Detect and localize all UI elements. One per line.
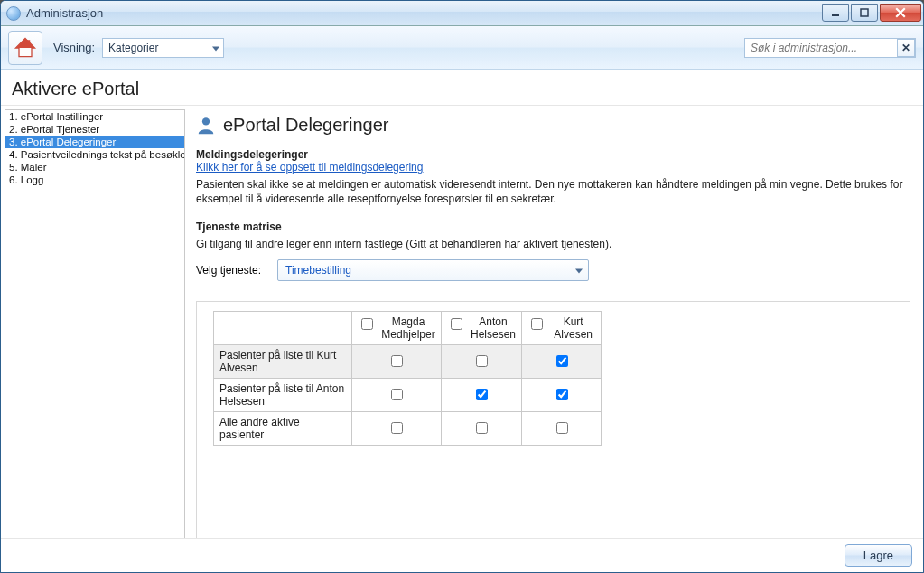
matrix-row-1: Pasienter på liste til Anton Helsesen xyxy=(214,378,602,411)
section1-title: Meldingsdelegeringer xyxy=(196,148,910,161)
app-icon xyxy=(6,6,21,21)
matrix-cell-2-1[interactable] xyxy=(476,422,488,434)
matrix-row-label-1: Pasienter på liste til Anton Helsesen xyxy=(214,378,352,411)
close-button[interactable] xyxy=(880,4,921,22)
svg-rect-0 xyxy=(832,14,839,16)
save-button[interactable]: Lagre xyxy=(845,544,912,567)
section1-text: Pasienten skal ikke se at meldingen er a… xyxy=(196,177,910,206)
page-heading: Aktivere ePortal xyxy=(1,70,923,106)
minimize-button[interactable] xyxy=(822,4,849,22)
chevron-down-icon xyxy=(212,46,219,51)
sidebar-item-2[interactable]: 3. ePortal Delegeringer xyxy=(5,136,184,148)
search-input[interactable] xyxy=(744,38,916,58)
content-title: ePortal Delegeringer xyxy=(223,115,388,136)
visning-value: Kategorier xyxy=(108,42,158,54)
matrix-cell-0-2[interactable] xyxy=(556,355,568,367)
matrix-cell-1-0[interactable] xyxy=(391,389,403,400)
chevron-down-icon xyxy=(575,268,583,273)
svg-point-7 xyxy=(202,117,210,125)
minimize-icon xyxy=(831,8,840,17)
service-select[interactable]: Timebestilling xyxy=(277,259,589,281)
content-header: ePortal Delegeringer xyxy=(196,115,910,136)
sidebar-item-1[interactable]: 2. ePortal Tjenester xyxy=(5,123,184,136)
svg-rect-6 xyxy=(27,40,31,44)
matrix-cell-2-0[interactable] xyxy=(391,422,403,434)
main-content: ePortal Delegeringer Meldingsdelegeringe… xyxy=(191,106,923,573)
home-icon xyxy=(13,35,38,61)
section1-link[interactable]: Klikk her for å se oppsett til meldingsd… xyxy=(196,161,910,174)
section2-text: Gi tilgang til andre leger enn intern fa… xyxy=(196,237,910,251)
window-title: Administrasjon xyxy=(26,6,103,20)
window-buttons xyxy=(820,4,921,23)
toolbar: Visning: Kategorier ✕ xyxy=(1,26,923,70)
matrix-col-header-2: Kurt Alvesen xyxy=(522,311,602,344)
x-icon: ✕ xyxy=(901,42,910,54)
matrix-cell-0-0[interactable] xyxy=(391,355,403,367)
sidebar: 1. ePortal Instillinger2. ePortal Tjenes… xyxy=(5,109,185,568)
matrix-header-blank xyxy=(214,311,352,344)
matrix-col-label-0: Magda Medhjelper xyxy=(381,315,434,341)
matrix-col-checkbox-1[interactable] xyxy=(451,318,462,330)
close-icon xyxy=(895,7,906,18)
matrix-col-header-1: Anton Helsesen xyxy=(441,311,522,344)
sidebar-item-4[interactable]: 5. Maler xyxy=(5,161,184,174)
matrix-row-label-2: Alle andre aktive pasienter xyxy=(214,411,352,445)
footer: Lagre xyxy=(1,538,923,572)
matrix-row-2: Alle andre aktive pasienter xyxy=(214,411,602,445)
matrix-cell-1-1[interactable] xyxy=(476,389,488,400)
matrix-col-label-2: Kurt Alvesen xyxy=(551,315,595,341)
matrix-table: Magda MedhjelperAnton HelsesenKurt Alves… xyxy=(213,311,602,446)
select-service-label: Velg tjeneste: xyxy=(196,264,261,277)
matrix-col-checkbox-2[interactable] xyxy=(531,318,543,330)
user-icon xyxy=(196,116,216,136)
sidebar-item-3[interactable]: 4. Pasientveilednings tekst på besøklege… xyxy=(5,148,184,161)
maximize-icon xyxy=(860,8,869,17)
service-select-value: Timebestilling xyxy=(285,264,351,277)
sidebar-item-5[interactable]: 6. Logg xyxy=(5,174,184,186)
maximize-button[interactable] xyxy=(851,4,878,22)
matrix-panel: Magda MedhjelperAnton HelsesenKurt Alves… xyxy=(196,301,910,565)
body: 1. ePortal Instillinger2. ePortal Tjenes… xyxy=(1,106,923,573)
visning-label: Visning: xyxy=(53,41,95,54)
search-clear-button[interactable]: ✕ xyxy=(897,39,915,57)
matrix-col-header-0: Magda Medhjelper xyxy=(352,311,441,344)
svg-marker-5 xyxy=(16,38,35,48)
svg-rect-1 xyxy=(861,9,868,16)
titlebar: Administrasjon xyxy=(1,1,923,26)
home-button[interactable] xyxy=(8,31,42,65)
matrix-col-checkbox-0[interactable] xyxy=(361,318,373,330)
matrix-row-0: Pasienter på liste til Kurt Alvesen xyxy=(214,344,602,378)
matrix-cell-1-2[interactable] xyxy=(556,389,568,400)
visning-select[interactable]: Kategorier xyxy=(102,38,224,58)
matrix-row-label-0: Pasienter på liste til Kurt Alvesen xyxy=(214,344,352,378)
matrix-cell-2-2[interactable] xyxy=(556,422,568,434)
app-window: Administrasjon Visning: Kategor xyxy=(0,0,924,573)
matrix-col-label-1: Anton Helsesen xyxy=(471,315,517,341)
section2-title: Tjeneste matrise xyxy=(196,221,910,233)
sidebar-item-0[interactable]: 1. ePortal Instillinger xyxy=(5,110,184,123)
matrix-cell-0-1[interactable] xyxy=(476,355,488,367)
